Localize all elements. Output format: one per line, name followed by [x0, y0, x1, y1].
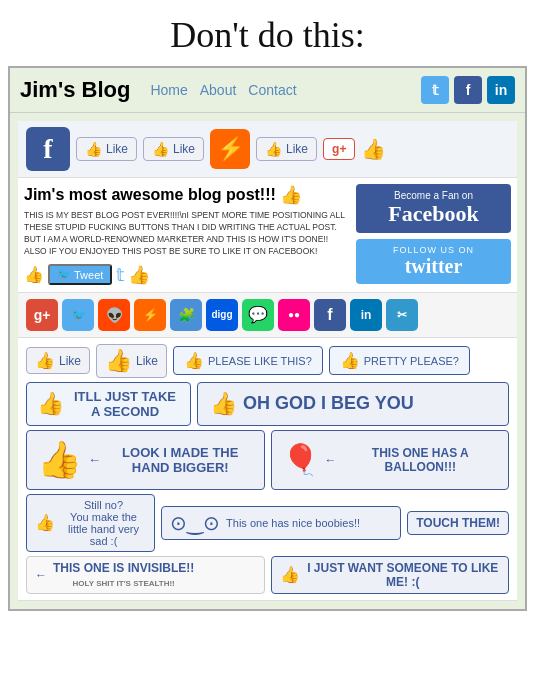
- post-social-row: 👍 🐦 Tweet 𝕥 👍: [24, 264, 350, 286]
- reddit-icon[interactable]: 👽: [98, 299, 130, 331]
- invisible-button[interactable]: ← THIS ONE IS INVISIBLE!! HOLY SHIT IT'S…: [26, 556, 265, 594]
- linkedin-icon-2[interactable]: in: [350, 299, 382, 331]
- post-thumb-small: 👍: [24, 265, 44, 284]
- boobs-button[interactable]: ⊙‿⊙ This one has nice boobies!!: [161, 506, 401, 540]
- like-button-row1-a[interactable]: 👍 Like: [26, 347, 90, 374]
- digg-icon[interactable]: digg: [206, 299, 238, 331]
- thumb-row1-a: 👍: [35, 351, 55, 370]
- like-button-row1-b[interactable]: 👍 Like: [96, 344, 167, 378]
- like-label-3: Like: [286, 142, 308, 156]
- twitter-icon[interactable]: 🐦: [62, 299, 94, 331]
- hand-row: 👍 ← LOOK I MADE THE HAND BIGGER! 🎈 ← THI…: [26, 430, 509, 490]
- post-thumb-icon: 👍: [280, 184, 302, 206]
- thumb-row1-b: 👍: [105, 348, 132, 374]
- rss-icon-2[interactable]: ⚡: [134, 299, 166, 331]
- please-thumb: 👍: [184, 351, 204, 370]
- blog-title: Jim's Blog: [20, 77, 130, 103]
- please-like-button[interactable]: 👍 PLEASE LIKE THIS?: [173, 346, 323, 375]
- facebook-big-icon: f: [26, 127, 70, 171]
- arrow-invisible: ←: [35, 568, 47, 582]
- nav-about[interactable]: About: [200, 82, 237, 98]
- flickr-icon[interactable]: ●●: [278, 299, 310, 331]
- social-top-bar: f 👍 Like 👍 Like ⚡ 👍 Like g+ 👍: [18, 121, 517, 178]
- twitter-small-icon: 𝕥: [116, 264, 124, 286]
- nav-home[interactable]: Home: [150, 82, 187, 98]
- facebook-fan-box[interactable]: Become a Fan on Facebook: [356, 184, 511, 233]
- like-label-row1-a: Like: [59, 354, 81, 368]
- like-button-2[interactable]: 👍 Like: [143, 137, 204, 161]
- like-label-2: Like: [173, 142, 195, 156]
- facebook-nav-icon[interactable]: f: [454, 76, 482, 104]
- thumb-icon-1: 👍: [85, 141, 102, 157]
- follow-us-label: Follow Us On: [366, 245, 501, 255]
- facebook-fan-name: Facebook: [366, 201, 501, 227]
- beg-row: 👍 ITLL JUST TAKE A SECOND 👍 OH GOD I BEG…: [26, 382, 509, 426]
- rss-icon: ⚡: [210, 129, 250, 169]
- facebook-icon-2[interactable]: f: [314, 299, 346, 331]
- tweet-button[interactable]: 🐦 Tweet: [48, 264, 112, 285]
- post-body: THIS IS MY BEST BLOG POST EVER!!!!\nI SP…: [24, 210, 350, 258]
- arrow-hand: ←: [88, 452, 101, 467]
- pretty-please-label: PRETTY PLEASE?: [364, 355, 459, 367]
- touch-label: TOUCH THEM!: [416, 516, 500, 530]
- whatsapp-icon[interactable]: 💬: [242, 299, 274, 331]
- itll-button[interactable]: 👍 ITLL JUST TAKE A SECOND: [26, 382, 191, 426]
- invisible-content: THIS ONE IS INVISIBLE!! HOLY SHIT IT'S S…: [53, 561, 194, 589]
- oh-god-button[interactable]: 👍 OH GOD I BEG YOU: [197, 382, 509, 426]
- tweet-label: Tweet: [74, 269, 103, 281]
- buttons-row-1: 👍 Like 👍 Like 👍 PLEASE LIKE THIS? 👍 PRET…: [26, 344, 509, 378]
- post-thumb-right: 👍: [128, 264, 150, 286]
- post-left: Jim's most awesome blog post!!! 👍 THIS I…: [24, 184, 350, 286]
- delicious-icon[interactable]: ✂: [386, 299, 418, 331]
- oh-god-thumb: 👍: [210, 391, 237, 417]
- thumb-icon-3: 👍: [265, 141, 282, 157]
- become-fan-label: Become a Fan on: [366, 190, 501, 201]
- still-no-label: Still no?You make the little hand very s…: [61, 499, 146, 547]
- balloon-icon: 🎈: [282, 442, 319, 477]
- like-me-thumb: 👍: [280, 565, 300, 584]
- boobs-icon: ⊙‿⊙: [170, 511, 220, 535]
- like-label-1: Like: [106, 142, 128, 156]
- still-no-thumb: 👍: [35, 513, 55, 532]
- page-title: Don't do this:: [0, 0, 535, 66]
- content-area: f 👍 Like 👍 Like ⚡ 👍 Like g+ 👍: [18, 121, 517, 601]
- invisible-row: ← THIS ONE IS INVISIBLE!! HOLY SHIT IT'S…: [26, 556, 509, 594]
- touch-button[interactable]: TOUCH THEM!: [407, 511, 509, 535]
- puzzle-icon[interactable]: 🧩: [170, 299, 202, 331]
- post-right: Become a Fan on Facebook Follow Us On tw…: [356, 184, 511, 286]
- nav-bar: Jim's Blog Home About Contact 𝕥 f in: [10, 68, 525, 113]
- like-button-1[interactable]: 👍 Like: [76, 137, 137, 161]
- twitter-nav-icon[interactable]: 𝕥: [421, 76, 449, 104]
- boobs-row: 👍 Still no?You make the little hand very…: [26, 494, 509, 552]
- post-title: Jim's most awesome blog post!!! 👍: [24, 184, 350, 206]
- arrow-balloon: ←: [325, 453, 337, 467]
- boobs-label: This one has nice boobies!!: [226, 517, 360, 529]
- please-label: PLEASE LIKE THIS?: [208, 355, 312, 367]
- twitter-follow-box[interactable]: Follow Us On twitter: [356, 239, 511, 284]
- big-thumb-icon: 👍: [37, 439, 82, 481]
- invisible-sublabel: HOLY SHIT IT'S STEALTH!!: [73, 579, 175, 588]
- google-plus-icon[interactable]: g+: [26, 299, 58, 331]
- like-label-row1-b: Like: [136, 354, 158, 368]
- thumb-icon-2: 👍: [152, 141, 169, 157]
- hand-bigger-label: LOOK I MADE THE HAND BIGGER!: [107, 445, 254, 475]
- nav-links: Home About Contact: [150, 82, 411, 98]
- balloon-button[interactable]: 🎈 ← THIS ONE HAS A BALLOON!!!: [271, 430, 510, 490]
- thumb-icon-extra: 👍: [361, 137, 386, 161]
- linkedin-nav-icon[interactable]: in: [487, 76, 515, 104]
- nav-contact[interactable]: Contact: [248, 82, 296, 98]
- google-plus-button[interactable]: g+: [323, 138, 355, 160]
- pretty-please-button[interactable]: 👍 PRETTY PLEASE?: [329, 346, 470, 375]
- pretty-thumb: 👍: [340, 351, 360, 370]
- buttons-section: 👍 Like 👍 Like 👍 PLEASE LIKE THIS? 👍 PRET…: [18, 338, 517, 601]
- nav-icons: 𝕥 f in: [421, 76, 515, 104]
- balloon-label: THIS ONE HAS A BALLOON!!!: [343, 446, 499, 474]
- gplus-icon: g+: [332, 142, 346, 156]
- like-button-3[interactable]: 👍 Like: [256, 137, 317, 161]
- post-section: Jim's most awesome blog post!!! 👍 THIS I…: [18, 178, 517, 293]
- like-me-button[interactable]: 👍 I JUST WANT SOMEONE TO LIKE ME! :(: [271, 556, 510, 594]
- itll-thumb: 👍: [37, 391, 64, 417]
- tweet-bird-icon: 🐦: [57, 268, 71, 281]
- hand-bigger-button[interactable]: 👍 ← LOOK I MADE THE HAND BIGGER!: [26, 430, 265, 490]
- still-no-button[interactable]: 👍 Still no?You make the little hand very…: [26, 494, 155, 552]
